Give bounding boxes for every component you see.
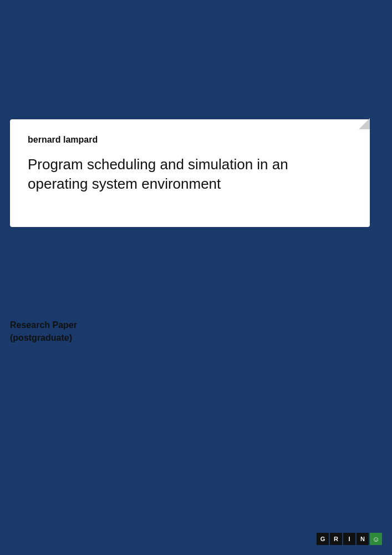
grin-letter-r: R bbox=[330, 533, 342, 545]
doc-type-line1: Research Paper bbox=[10, 319, 77, 331]
grin-smiley-icon: ☺ bbox=[370, 533, 382, 545]
grin-letter-n: N bbox=[357, 533, 369, 545]
grin-letter-i: I bbox=[343, 533, 355, 545]
grin-logo[interactable]: G R I N ☺ bbox=[317, 533, 382, 545]
page-container: Computer Science bernard lampard Program… bbox=[0, 0, 392, 555]
top-blue-right-corner bbox=[248, 0, 392, 119]
doc-type-label: Research Paper (postgraduate) bbox=[10, 319, 77, 344]
bottom-section bbox=[0, 233, 392, 555]
fold-triangle bbox=[359, 118, 370, 129]
grin-letter-g: G bbox=[317, 533, 329, 545]
author-name: bernard lampard bbox=[28, 135, 352, 145]
white-card: bernard lampard Program scheduling and s… bbox=[10, 119, 370, 227]
doc-type-line2: (postgraduate) bbox=[10, 332, 77, 344]
book-title: Program scheduling and simulation in an … bbox=[28, 155, 352, 194]
